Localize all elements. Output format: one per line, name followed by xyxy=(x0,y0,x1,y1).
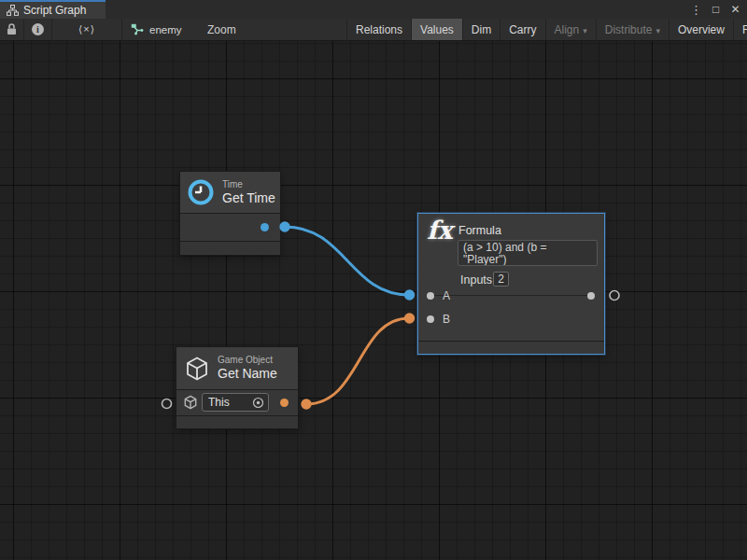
title-bar: Script Graph ⋮ □ ✕ xyxy=(0,0,747,19)
window-menu-icon[interactable]: ⋮ xyxy=(688,1,704,18)
get-name-output-port[interactable] xyxy=(280,399,289,407)
formula-fx-icon: fx xyxy=(427,216,453,245)
overview-label: Overview xyxy=(678,23,725,36)
get-time-category: Time xyxy=(222,179,275,190)
formula-output-port[interactable] xyxy=(587,292,595,300)
node-formula[interactable]: fx Formula (a > 10) and (b = "Player") I… xyxy=(417,213,605,355)
code-preview-button[interactable]: ⟨×⟩ xyxy=(52,19,122,40)
small-cube-icon xyxy=(183,395,198,410)
info-icon: i xyxy=(32,23,44,35)
node-get-name[interactable]: Game Object Get Name This xyxy=(176,347,298,428)
fullscreen-label: Full Screen xyxy=(742,23,747,36)
toolbar-buttons: Relations Values Dim Carry Align ▾ Distr… xyxy=(346,19,747,40)
tab-script-graph[interactable]: Script Graph xyxy=(0,0,106,19)
fullscreen-button[interactable]: Full Screen xyxy=(734,19,747,40)
script-graph-asset-icon xyxy=(131,23,144,35)
graph-name-label: enemy xyxy=(149,24,182,35)
relation-line xyxy=(433,295,589,296)
get-name-title: Get Name xyxy=(218,366,277,382)
formula-expression-input[interactable]: (a > 10) and (b = "Player") xyxy=(458,240,598,266)
clock-icon xyxy=(187,178,215,206)
code-icon: ⟨×⟩ xyxy=(78,23,95,35)
zoom-label: Zoom xyxy=(207,19,236,40)
dim-button[interactable]: Dim xyxy=(463,19,500,40)
maximize-icon[interactable]: □ xyxy=(708,1,724,18)
window-controls: ⋮ □ ✕ xyxy=(688,0,743,19)
get-time-header[interactable]: Time Get Time xyxy=(180,172,280,213)
formula-input-port-b[interactable] xyxy=(427,315,434,323)
graph-canvas[interactable] xyxy=(0,41,747,560)
node-get-time[interactable]: Time Get Time xyxy=(180,172,280,255)
overview-button[interactable]: Overview xyxy=(669,19,734,40)
align-label: Align xyxy=(555,23,580,36)
get-time-title: Get Time xyxy=(222,190,275,206)
get-name-body: This xyxy=(176,390,298,415)
carry-label: Carry xyxy=(509,23,536,36)
close-icon[interactable]: ✕ xyxy=(727,1,743,18)
lock-icon xyxy=(7,23,17,35)
formula-title: Formula xyxy=(458,224,501,237)
align-button[interactable]: Align ▾ xyxy=(546,19,597,40)
dim-label: Dim xyxy=(472,23,491,36)
hierarchy-icon xyxy=(7,5,19,16)
relations-label: Relations xyxy=(356,23,402,36)
get-time-output-port[interactable] xyxy=(261,223,269,231)
distribute-label: Distribute xyxy=(605,23,653,36)
formula-inputs-label: Inputs xyxy=(460,273,492,287)
tab-title: Script Graph xyxy=(23,4,86,17)
target-object-field[interactable]: This xyxy=(202,393,269,412)
get-name-footer xyxy=(176,416,298,428)
get-name-category: Game Object xyxy=(218,355,277,366)
values-label: Values xyxy=(420,23,454,36)
graph-toolbar: i ⟨×⟩ enemy Zoom 1x Relations Values Dim… xyxy=(0,19,747,41)
distribute-button[interactable]: Distribute ▾ xyxy=(597,19,669,40)
info-button[interactable]: i xyxy=(24,19,52,40)
object-picker-icon[interactable] xyxy=(252,397,264,409)
get-time-body xyxy=(180,214,280,241)
lock-button[interactable] xyxy=(0,19,24,40)
formula-footer xyxy=(418,342,604,354)
get-time-footer xyxy=(180,242,280,255)
cube-icon xyxy=(184,356,210,382)
chevron-down-icon: ▾ xyxy=(655,26,660,35)
graph-reference[interactable]: enemy xyxy=(131,19,182,40)
target-object-value: This xyxy=(208,396,230,409)
formula-input-port-a[interactable] xyxy=(427,292,434,300)
chevron-down-icon: ▾ xyxy=(583,26,587,35)
relations-button[interactable]: Relations xyxy=(347,19,412,40)
values-button[interactable]: Values xyxy=(412,19,463,40)
carry-button[interactable]: Carry xyxy=(500,19,545,40)
get-name-header[interactable]: Game Object Get Name xyxy=(176,347,298,389)
formula-port-a-label: A xyxy=(443,289,450,302)
formula-port-b-label: B xyxy=(443,313,450,326)
formula-inputs-count-input[interactable]: 2 xyxy=(493,272,509,287)
